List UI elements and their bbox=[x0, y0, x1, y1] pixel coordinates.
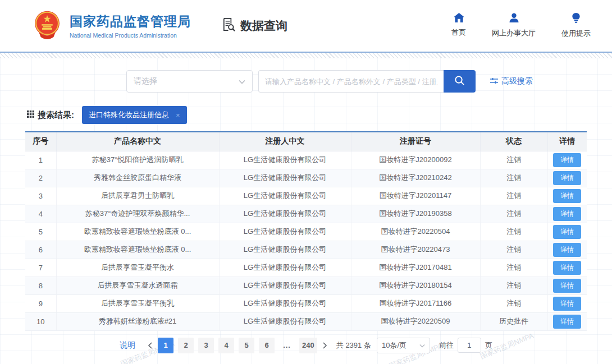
category-select-placeholder: 请选择 bbox=[134, 76, 157, 86]
cell-product-name: 秀雅韩金丝胶原蛋白精华液 bbox=[56, 169, 219, 187]
user-icon bbox=[509, 13, 519, 25]
app-title-label: 数据查询 bbox=[240, 18, 287, 34]
cell-index: 6 bbox=[25, 241, 56, 259]
prev-page-icon[interactable] bbox=[144, 338, 156, 353]
close-icon[interactable]: × bbox=[176, 112, 180, 119]
note-link[interactable]: 说明 bbox=[120, 340, 135, 351]
detail-button[interactable]: 详情 bbox=[553, 171, 581, 185]
app-title: 数据查询 bbox=[221, 17, 287, 35]
nmpa-emblem-icon bbox=[33, 10, 62, 42]
goto-prefix: 前往 bbox=[439, 340, 454, 351]
page-button-240[interactable]: 240 bbox=[299, 338, 317, 353]
cell-detail: 详情 bbox=[547, 205, 587, 223]
detail-button[interactable]: 详情 bbox=[553, 261, 581, 275]
cell-detail: 详情 bbox=[547, 223, 587, 241]
cell-product-name: 后拱辰享君男士防晒乳 bbox=[56, 187, 219, 205]
chevron-down-icon bbox=[419, 341, 425, 349]
cell-detail: 详情 bbox=[547, 151, 587, 169]
page-size-value: 10条/页 bbox=[382, 340, 407, 351]
detail-button[interactable]: 详情 bbox=[553, 279, 581, 293]
column-header: 产品名称中文 bbox=[56, 132, 219, 151]
cell-cert-number: 国妆特进字J20200092 bbox=[351, 151, 480, 169]
detail-button[interactable]: 详情 bbox=[553, 207, 581, 221]
advanced-search-label: 高级搜索 bbox=[501, 76, 533, 86]
bulb-icon bbox=[572, 13, 580, 25]
page-header: 国家药品监督管理局 National Medical Products Admi… bbox=[0, 0, 612, 52]
cell-status: 历史批件 bbox=[480, 312, 547, 330]
cell-registrant: LG生活健康股份有限公司 bbox=[219, 205, 351, 223]
goto-page-input[interactable] bbox=[458, 338, 481, 353]
sliders-icon bbox=[490, 77, 498, 86]
cell-status: 注销 bbox=[480, 223, 547, 241]
home-icon bbox=[454, 13, 464, 24]
table-body: 1 苏秘37°悦阳倍护透润防晒乳 LG生活健康股份有限公司 国妆特进字J2020… bbox=[25, 151, 587, 330]
column-header: 注册人中文 bbox=[219, 132, 351, 151]
nav-item-home[interactable]: 首页 bbox=[451, 13, 466, 39]
page-button-3[interactable]: 3 bbox=[198, 338, 214, 353]
nav-service-hall-label: 网上办事大厅 bbox=[492, 28, 536, 38]
cell-registrant: LG生活健康股份有限公司 bbox=[219, 277, 351, 294]
search-input[interactable] bbox=[258, 70, 444, 93]
search-button[interactable] bbox=[444, 70, 476, 93]
page-button-5[interactable]: 5 bbox=[239, 338, 254, 353]
cell-product-name: 后拱辰享雪玉凝平衡乳 bbox=[56, 294, 219, 312]
header-nav: 首页 网上办事大厅 使用提示 bbox=[451, 13, 591, 39]
table-row: 4 苏秘37°奇迹护理双萃焕颜精华... LG生活健康股份有限公司 国妆特进字J… bbox=[25, 205, 587, 223]
detail-button[interactable]: 详情 bbox=[553, 243, 581, 257]
detail-button[interactable]: 详情 bbox=[553, 315, 581, 329]
table-row: 9 后拱辰享雪玉凝平衡乳 LG生活健康股份有限公司 国妆特进字J20171166… bbox=[25, 294, 587, 312]
cell-cert-number: 国妆特进字20220504 bbox=[351, 223, 480, 241]
nav-item-tips[interactable]: 使用提示 bbox=[561, 13, 591, 39]
pagination-bar: 说明 123456...240 共 2391 条 10条/页 前往 页 bbox=[0, 338, 612, 353]
cell-status: 注销 bbox=[480, 205, 547, 223]
page-button-4[interactable]: 4 bbox=[218, 338, 234, 353]
cell-detail: 详情 bbox=[547, 259, 587, 277]
column-header: 详情 bbox=[547, 132, 587, 151]
cell-status: 注销 bbox=[480, 294, 547, 312]
cell-detail: 详情 bbox=[547, 169, 587, 187]
cell-detail: 详情 bbox=[547, 241, 587, 259]
org-name-cn: 国家药品监督管理局 bbox=[70, 13, 191, 30]
cell-cert-number: 国妆特进字20220509 bbox=[351, 312, 480, 330]
cell-registrant: LG生活健康股份有限公司 bbox=[219, 312, 351, 330]
total-count: 共 2391 条 bbox=[336, 340, 371, 351]
cell-registrant: LG生活健康股份有限公司 bbox=[219, 241, 351, 259]
cell-cert-number: 国妆特进字J20171166 bbox=[351, 294, 480, 312]
table-header-row: 序号产品名称中文注册人中文注册证号状态详情 bbox=[25, 132, 587, 151]
main-content: 请选择 高级搜索 bbox=[0, 58, 612, 364]
cell-index: 10 bbox=[25, 312, 56, 330]
cell-index: 7 bbox=[25, 259, 56, 277]
next-page-icon[interactable] bbox=[319, 338, 331, 353]
category-select[interactable]: 请选择 bbox=[126, 70, 253, 93]
detail-button[interactable]: 详情 bbox=[553, 225, 581, 239]
column-header: 状态 bbox=[480, 132, 547, 151]
cell-index: 1 bbox=[25, 151, 56, 169]
filter-tag[interactable]: 进口特殊化妆品注册信息 × bbox=[82, 106, 187, 124]
cell-product-name: 苏秘37°奇迹护理双萃焕颜精华... bbox=[56, 205, 219, 223]
cell-product-name: 后拱辰享雪玉凝平衡水 bbox=[56, 259, 219, 277]
cell-detail: 详情 bbox=[547, 277, 587, 294]
page-button-1[interactable]: 1 bbox=[158, 338, 173, 353]
table-row: 7 后拱辰享雪玉凝平衡水 LG生活健康股份有限公司 国妆特进字J20170481… bbox=[25, 259, 587, 277]
nav-item-service-hall[interactable]: 网上办事大厅 bbox=[492, 13, 536, 39]
detail-button[interactable]: 详情 bbox=[553, 153, 581, 167]
table-row: 3 后拱辰享君男士防晒乳 LG生活健康股份有限公司 国妆特进字J20201147… bbox=[25, 187, 587, 205]
table-row: 1 苏秘37°悦阳倍护透润防晒乳 LG生活健康股份有限公司 国妆特进字J2020… bbox=[25, 151, 587, 169]
grid-icon bbox=[27, 110, 34, 120]
detail-button[interactable]: 详情 bbox=[553, 189, 581, 203]
results-table: 序号产品名称中文注册人中文注册证号状态详情 1 苏秘37°悦阳倍护透润防晒乳 L… bbox=[25, 131, 587, 331]
cell-status: 注销 bbox=[480, 151, 547, 169]
cell-product-name: 苏秘37°悦阳倍护透润防晒乳 bbox=[56, 151, 219, 169]
cell-cert-number: 国妆特进字J20210242 bbox=[351, 169, 480, 187]
page-button-6[interactable]: 6 bbox=[259, 338, 275, 353]
pager-pages: 123456...240 bbox=[156, 338, 319, 353]
advanced-search-link[interactable]: 高级搜索 bbox=[490, 76, 533, 86]
cell-cert-number: 国妆特进字J20190358 bbox=[351, 205, 480, 223]
page-button-2[interactable]: 2 bbox=[178, 338, 194, 353]
brand-text: 国家药品监督管理局 National Medical Products Admi… bbox=[70, 13, 191, 39]
table-row: 5 欧蕙精致妆容遮瑕镜垫粉底液 0... LG生活健康股份有限公司 国妆特进字2… bbox=[25, 223, 587, 241]
cell-cert-number: 国妆特进字J20180154 bbox=[351, 277, 480, 294]
detail-button[interactable]: 详情 bbox=[553, 297, 581, 311]
page-size-select[interactable]: 10条/页 bbox=[377, 338, 430, 353]
cell-index: 3 bbox=[25, 187, 56, 205]
